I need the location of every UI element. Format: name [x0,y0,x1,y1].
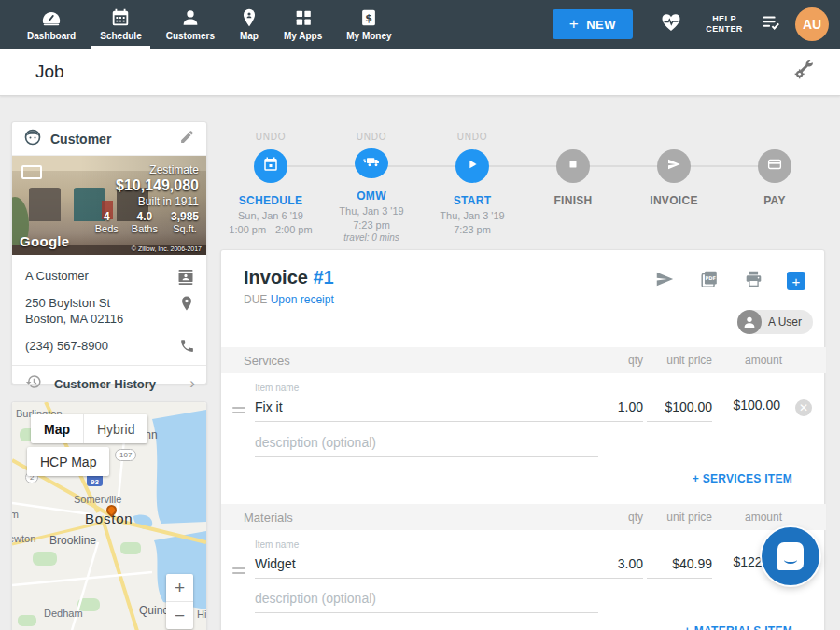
dashboard-icon [41,7,62,28]
pdf-icon[interactable]: PDF [698,269,721,293]
job-tools-icon[interactable] [791,58,816,86]
chat-launcher-button[interactable] [762,527,819,585]
service-unit-price-field[interactable]: $100.00 [647,399,712,422]
material-qty-field[interactable]: 3.00 [580,556,643,579]
page-bar: Job [0,49,840,96]
add-materials-item-button[interactable]: + MATERIALS ITEM [684,624,792,630]
task-list-icon[interactable] [760,12,782,36]
address-line2: Boston, MA 02116 [25,311,169,327]
nav-item-dashboard[interactable]: Dashboard [15,0,88,49]
customer-card: Customer Zestimate $10,149,080 Built in … [11,121,207,385]
edit-pencil-icon[interactable] [179,129,195,148]
map-zoom-control: + − [166,574,193,629]
money-icon: $ [358,7,379,28]
drag-handle[interactable] [232,567,245,577]
map-label: Newton [11,533,35,544]
apps-grid-icon [293,7,314,28]
send-invoice-icon[interactable] [653,269,676,293]
amount-column-header: amount [745,511,782,524]
property-photo: Zestimate $10,149,080 Built in 1911 4Bed… [12,156,206,255]
step-date: Thu, Jan 3 '19 [339,205,403,217]
zoom-in-button[interactable]: + [166,574,193,601]
service-amount: $100.00 [733,398,780,413]
add-services-item-button[interactable]: + SERVICES ITEM [693,472,792,485]
customer-phone-row: (234) 567-8900 [12,334,206,361]
delete-service-item-button[interactable]: ✕ [795,399,812,416]
timeline-step-finish: FINISH [523,121,623,243]
credit-card-icon[interactable] [758,149,791,183]
nav-label: Map [240,31,259,41]
material-unit-price-field[interactable]: $40.99 [647,556,712,579]
schedule-step-button[interactable] [254,149,287,183]
undo-start-button[interactable]: UNDO [457,132,488,145]
assignee-pill[interactable]: A User [737,310,813,334]
drag-handle[interactable] [232,407,245,416]
nav-label: Schedule [100,31,141,41]
map-pin-icon [239,7,259,28]
start-step-button[interactable] [455,149,489,183]
nav-item-schedule[interactable]: Schedule [88,0,153,49]
history-clock-icon [25,373,42,394]
chevron-right-icon: › [189,374,195,393]
new-button[interactable]: + NEW [553,9,633,39]
nav-item-map[interactable]: Map [227,0,272,49]
undo-omw-button[interactable]: UNDO [357,132,387,144]
page-title: Job [35,62,64,82]
map-label: Somerville [74,494,121,505]
zestimate-label: Zestimate [95,163,199,176]
contact-card-icon[interactable] [176,268,195,290]
zoom-out-button[interactable]: − [166,602,193,629]
location-pin-icon[interactable] [178,295,195,315]
map-card: Burlington Lynn Somerville Waltham Bosto… [11,401,207,630]
map-label: Brookline [49,534,96,547]
timeline-step-invoice: INVOICE [623,121,724,243]
assignee-avatar-icon [737,310,762,334]
timeline-step-schedule: UNDO SCHEDULE Sun, Jan 6 '19 1:00 pm - 2… [220,121,321,243]
calendar-icon [110,7,131,28]
hcp-map-button[interactable]: HCP Map [27,447,109,476]
materials-header: Materials qty unit price amount [221,504,826,530]
customer-card-header: Customer [12,122,206,156]
finish-step-button[interactable] [556,149,590,183]
due-label: DUE [244,293,267,306]
phone-icon[interactable] [179,338,195,357]
invoice-card: Invoice #1 DUE Upon receipt PDF + A User… [220,249,825,630]
nav-item-customers[interactable]: Customers [154,0,227,49]
amount-column-header: amount [745,354,782,367]
invoice-number[interactable]: #1 [313,267,333,287]
customer-history-label: Customer History [54,377,156,391]
nav-label: Dashboard [27,31,76,41]
nav-label: Customers [166,31,215,41]
map-type-hybrid-button[interactable]: Hybrid [84,414,147,443]
invoice-step-button[interactable] [657,149,691,183]
service-qty-field[interactable]: 1.00 [580,399,643,422]
undo-schedule-button[interactable]: UNDO [256,132,287,145]
timeline-step-start: UNDO START Thu, Jan 3 '19 7:23 pm [422,121,523,243]
invoice-due: DUE Upon receipt [244,293,334,306]
customer-address-row: 250 Boylston St Boston, MA 02116 [12,291,206,334]
omw-step-button[interactable] [355,148,388,178]
nav-label: My Money [346,31,391,41]
nav-item-my-apps[interactable]: My Apps [272,0,334,49]
address-line1: 250 Boylston St [25,295,169,311]
user-avatar[interactable]: AU [795,7,829,41]
step-label: SCHEDULE [239,194,302,207]
material-item-name-field[interactable]: Widget [255,556,598,579]
print-icon[interactable] [743,269,764,293]
help-center-button[interactable]: HELP CENTER [698,14,750,35]
health-heart-icon[interactable] [659,11,683,37]
route-shield: 107 [115,449,136,461]
customer-face-icon [23,128,42,150]
street-view-icon[interactable] [21,165,42,179]
map-type-map-button[interactable]: Map [31,414,83,443]
service-item-name-field[interactable]: Fix it [255,399,598,422]
materials-title: Materials [244,511,293,525]
material-description-field[interactable]: description (optional) [255,591,598,613]
service-description-field[interactable]: description (optional) [255,435,598,457]
add-invoice-button[interactable]: + [787,272,805,290]
customer-history-button[interactable]: Customer History › [12,366,206,401]
item-name-label: Item name [255,383,299,393]
qty-column-header: qty [628,354,643,367]
nav-item-my-money[interactable]: $ My Money [334,0,403,49]
due-terms-link[interactable]: Upon receipt [271,293,334,306]
